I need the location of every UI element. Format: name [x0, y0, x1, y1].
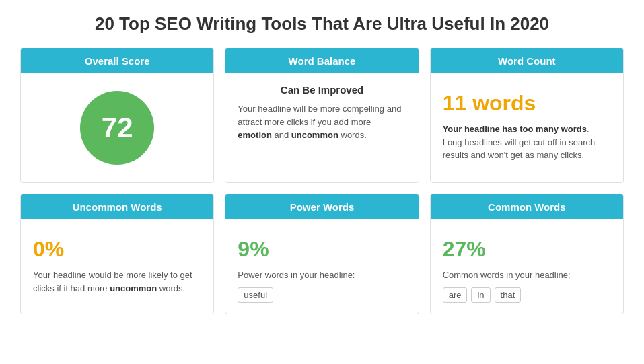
cards-grid: Overall Score 72 Word Balance Can Be Imp… — [20, 48, 624, 314]
uncommon-words-value: 0% — [33, 237, 201, 262]
common-words-body: 27% Common words in your headline: are i… — [431, 219, 623, 314]
word-count-body: 11 words Your headline has too many word… — [431, 73, 623, 173]
word-balance-card: Word Balance Can Be Improved Your headli… — [225, 48, 419, 183]
common-word-tag-that: that — [495, 287, 522, 303]
common-words-header: Common Words — [431, 194, 623, 219]
overall-score-header: Overall Score — [21, 48, 213, 73]
uncommon-words-description: Your headline would be more likely to ge… — [33, 268, 201, 295]
uncommon-words-header: Uncommon Words — [21, 194, 213, 219]
word-balance-desc-before: Your headline will be more compelling an… — [238, 104, 401, 127]
power-words-body: 9% Power words in your headline: useful — [225, 219, 418, 314]
page-title: 20 Top SEO Writing Tools That Are Ultra … — [20, 13, 624, 34]
word-count-description: Your headline has too many words. Long h… — [443, 122, 611, 162]
common-words-value: 27% — [443, 237, 611, 262]
common-word-tag-in: in — [471, 287, 490, 303]
overall-score-card: Overall Score 72 — [20, 48, 214, 183]
uncommon-words-desc-after: words. — [157, 283, 185, 293]
word-count-card: Word Count 11 words Your headline has to… — [430, 48, 624, 183]
word-balance-status: Can Be Improved — [238, 84, 406, 96]
power-word-tag-useful: useful — [238, 287, 273, 303]
word-balance-emotion: emotion — [238, 130, 272, 140]
score-number: 72 — [102, 112, 133, 144]
word-count-desc-bold: Your headline has too many words — [443, 124, 587, 134]
uncommon-words-body: 0% Your headline would be more likely to… — [21, 219, 213, 305]
common-word-tag-are: are — [443, 287, 468, 303]
word-count-value: 11 words — [443, 91, 611, 116]
power-words-description: Power words in your headline: — [238, 268, 406, 282]
word-balance-desc-middle: and — [272, 130, 291, 140]
word-balance-body: Can Be Improved Your headline will be mo… — [225, 73, 418, 153]
power-words-card: Power Words 9% Power words in your headl… — [225, 194, 419, 314]
common-words-description: Common words in your headline: — [443, 268, 611, 282]
word-balance-description: Your headline will be more compelling an… — [238, 102, 406, 142]
word-balance-desc-after: words. — [338, 130, 367, 140]
uncommon-words-card: Uncommon Words 0% Your headline would be… — [20, 194, 214, 314]
uncommon-words-word: uncommon — [110, 283, 157, 293]
word-count-header: Word Count — [431, 48, 623, 73]
common-words-card: Common Words 27% Common words in your he… — [430, 194, 624, 314]
word-balance-uncommon: uncommon — [291, 130, 338, 140]
score-circle: 72 — [80, 91, 154, 165]
power-words-header: Power Words — [225, 194, 418, 219]
overall-score-body: 72 — [21, 73, 213, 182]
power-words-value: 9% — [238, 237, 406, 262]
common-words-tags: are in that — [443, 287, 611, 303]
power-words-tags: useful — [238, 287, 406, 303]
word-balance-header: Word Balance — [225, 48, 418, 73]
